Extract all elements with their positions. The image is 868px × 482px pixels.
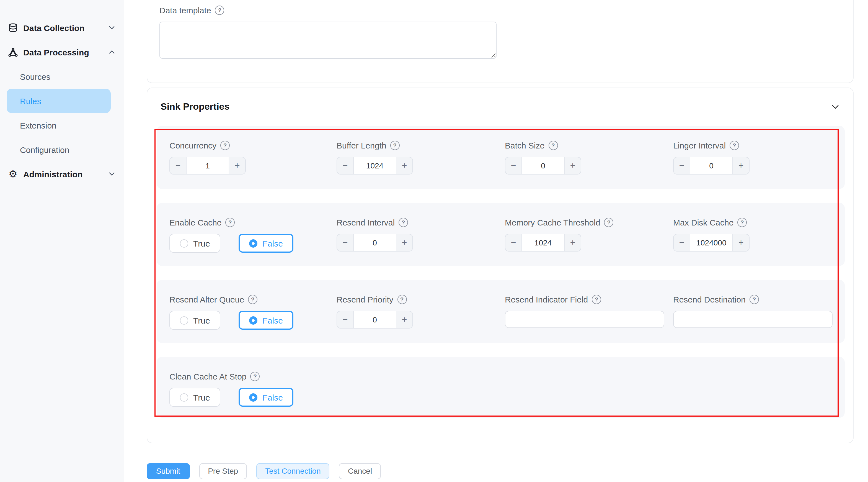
resend-alter-queue-radio-group: True False [169, 311, 293, 330]
pre-step-button[interactable]: Pre Step [199, 463, 247, 479]
sidebar-item-label: Administration [23, 169, 103, 179]
resend-destination-input[interactable] [673, 311, 833, 328]
field-label: Resend Interval [337, 218, 395, 227]
test-connection-button[interactable]: Test Connection [256, 463, 330, 479]
resend-indicator-field-input[interactable] [505, 311, 664, 328]
help-icon[interactable]: ? [592, 295, 601, 304]
submit-button[interactable]: Submit [147, 463, 190, 479]
field-label: Clean Cache At Stop [169, 372, 247, 381]
help-icon[interactable]: ? [390, 141, 400, 150]
sidebar-item-label: Data Processing [23, 47, 103, 57]
enable-cache-radio-group: True False [169, 234, 293, 253]
radio-label: False [263, 315, 283, 325]
chevron-down-icon[interactable] [831, 103, 840, 111]
radio-false[interactable]: False [239, 234, 293, 253]
app: Data Collection Data Processing Sources [0, 0, 868, 482]
radio-true[interactable]: True [169, 311, 221, 330]
radio-false[interactable]: False [239, 388, 293, 407]
help-icon[interactable]: ? [215, 5, 224, 15]
plus-icon[interactable]: + [565, 234, 581, 251]
sidebar-item-data-processing[interactable]: Data Processing [0, 40, 124, 64]
chevron-down-icon [108, 171, 115, 177]
minus-icon[interactable]: − [337, 157, 353, 174]
processing-icon [8, 47, 18, 57]
radio-circle-icon [180, 316, 188, 324]
radio-label: False [263, 238, 283, 248]
footer-bar: Submit Pre Step Test Connection Cancel [124, 460, 868, 482]
sink-row-4: Clean Cache At Stop ? True False [157, 357, 845, 418]
sidebar-item-label: Configuration [20, 145, 69, 154]
minus-icon[interactable]: − [505, 157, 522, 174]
plus-icon[interactable]: + [396, 311, 412, 328]
help-icon[interactable]: ? [737, 218, 747, 227]
sink-row-3: Resend Alter Queue ? True False [157, 280, 845, 343]
minus-icon[interactable]: − [674, 234, 690, 251]
stepper-value[interactable]: 1024 [522, 234, 565, 251]
chevron-down-icon [108, 24, 115, 31]
sink-properties-title: Sink Properties [160, 102, 229, 112]
field-label: Resend Alter Queue [169, 295, 244, 304]
plus-icon[interactable]: + [733, 234, 749, 251]
sidebar-item-data-collection[interactable]: Data Collection [0, 16, 124, 40]
plus-icon[interactable]: + [396, 234, 412, 251]
field-resend-interval: Resend Interval ? − 0 + [337, 218, 505, 266]
data-template-textarea[interactable] [159, 22, 497, 59]
radio-true[interactable]: True [169, 388, 221, 407]
sidebar-item-sources[interactable]: Sources [0, 64, 124, 89]
radio-true[interactable]: True [169, 234, 221, 253]
field-clean-cache-at-stop: Clean Cache At Stop ? True False [169, 372, 337, 418]
help-icon[interactable]: ? [248, 295, 257, 304]
help-icon[interactable]: ? [220, 141, 230, 150]
help-icon[interactable]: ? [730, 141, 739, 150]
help-icon[interactable]: ? [250, 372, 260, 381]
memory-cache-threshold-stepper: − 1024 + [505, 234, 581, 252]
radio-dot-icon [249, 239, 258, 247]
minus-icon[interactable]: − [337, 311, 353, 328]
concurrency-stepper: − 1 + [169, 157, 246, 174]
stepper-value[interactable]: 1024000 [690, 234, 733, 251]
plus-icon[interactable]: + [733, 157, 749, 174]
field-buffer-length: Buffer Length ? − 1024 + [337, 141, 505, 189]
linger-interval-stepper: − 0 + [673, 157, 749, 174]
field-max-disk-cache: Max Disk Cache ? − 1024000 + [673, 218, 845, 266]
max-disk-cache-stepper: − 1024000 + [673, 234, 749, 252]
gear-icon: ⚙ [8, 169, 18, 179]
radio-circle-icon [180, 239, 188, 247]
stepper-value[interactable]: 0 [353, 311, 396, 328]
stepper-value[interactable]: 0 [690, 157, 733, 174]
stepper-value[interactable]: 1 [186, 157, 229, 174]
field-resend-alter-queue: Resend Alter Queue ? True False [169, 295, 337, 343]
help-icon[interactable]: ? [604, 218, 614, 227]
help-icon[interactable]: ? [399, 218, 408, 227]
resend-priority-stepper: − 0 + [337, 311, 413, 329]
minus-icon[interactable]: − [674, 157, 690, 174]
database-icon [8, 23, 18, 33]
sink-properties-header[interactable]: Sink Properties [147, 88, 853, 126]
stepper-value[interactable]: 0 [353, 234, 396, 251]
plus-icon[interactable]: + [565, 157, 581, 174]
help-icon[interactable]: ? [397, 295, 407, 304]
field-resend-priority: Resend Priority ? − 0 + [337, 295, 505, 343]
sidebar-item-rules[interactable]: Rules [7, 89, 111, 113]
field-label: Resend Indicator Field [505, 295, 588, 304]
stepper-value[interactable]: 1024 [353, 157, 396, 174]
sidebar-item-label: Data Collection [23, 23, 103, 32]
minus-icon[interactable]: − [337, 234, 353, 251]
minus-icon[interactable]: − [505, 234, 522, 251]
sidebar-item-configuration[interactable]: Configuration [0, 137, 124, 162]
help-icon[interactable]: ? [749, 295, 759, 304]
data-template-label: Data template [159, 5, 211, 15]
help-icon[interactable]: ? [225, 218, 235, 227]
radio-circle-icon [180, 393, 188, 401]
sidebar-item-extension[interactable]: Extension [0, 113, 124, 137]
field-label: Memory Cache Threshold [505, 218, 600, 227]
help-icon[interactable]: ? [548, 141, 558, 150]
sidebar-item-administration[interactable]: ⚙ Administration [0, 162, 124, 186]
stepper-value[interactable]: 0 [522, 157, 565, 174]
minus-icon[interactable]: − [170, 157, 186, 174]
radio-false[interactable]: False [239, 311, 293, 330]
clean-cache-at-stop-radio-group: True False [169, 388, 293, 407]
plus-icon[interactable]: + [229, 157, 245, 174]
cancel-button[interactable]: Cancel [339, 463, 381, 479]
plus-icon[interactable]: + [396, 157, 412, 174]
